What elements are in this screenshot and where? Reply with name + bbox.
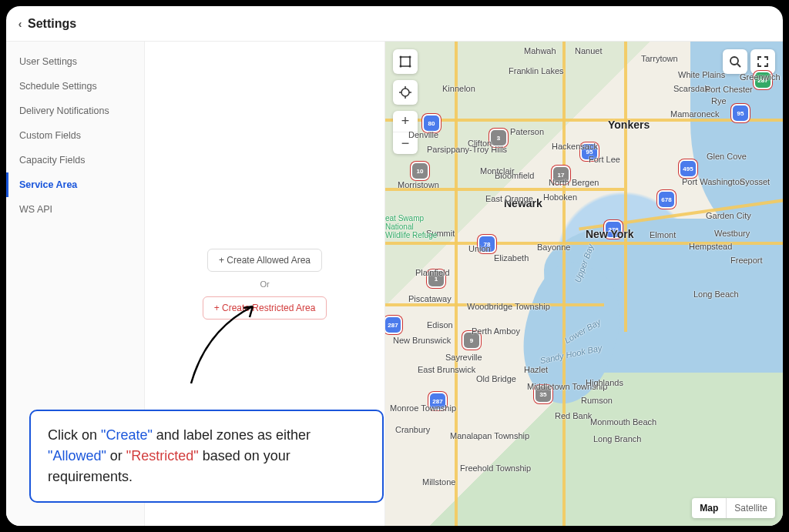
- shield-route-10: 10: [412, 163, 428, 179]
- label-freeport: Freeport: [730, 256, 763, 265]
- label-east-brunswick: East Brunswick: [418, 365, 475, 374]
- label-morristown: Morristown: [398, 180, 439, 189]
- label-long-branch: Long Branch: [593, 434, 641, 443]
- callout-text-2: and label zones as either: [153, 427, 311, 443]
- sidebar-item-delivery-notifications[interactable]: Delivery Notifications: [6, 99, 144, 123]
- shield-i678: 678: [659, 192, 674, 207]
- create-restricted-area-button[interactable]: + Create Restricted Area: [203, 296, 327, 320]
- shield-i95b: 95: [733, 105, 748, 121]
- shield-i80: 80: [424, 115, 439, 131]
- label-hoboken: Hoboken: [543, 192, 577, 202]
- label-nanuet: Nanuet: [575, 46, 602, 55]
- callout-allowed: "Allowed": [48, 448, 106, 463]
- label-glen-cove: Glen Cove: [707, 152, 747, 161]
- label-perth-amboy: Perth Amboy: [472, 326, 520, 336]
- label-mahwah: Mahwah: [524, 46, 556, 55]
- map-type-map[interactable]: Map: [692, 498, 727, 518]
- label-mamaroneck: Mamaroneck: [670, 109, 720, 119]
- label-fort-lee: Fort Lee: [589, 155, 620, 164]
- label-elmont: Elmont: [650, 230, 676, 239]
- label-union: Union: [468, 244, 491, 253]
- label-tarrytown: Tarrytown: [641, 54, 678, 63]
- locate-icon[interactable]: [393, 80, 418, 105]
- sidebar-item-user-settings[interactable]: User Settings: [6, 49, 144, 74]
- label-highlands: Highlands: [586, 378, 623, 387]
- zoom-in-button[interactable]: +: [393, 111, 418, 132]
- label-garden-city: Garden City: [706, 211, 751, 220]
- sidebar-item-ws-api[interactable]: WS API: [6, 197, 144, 222]
- label-white-plains: White Plains: [678, 70, 725, 79]
- label-hazlet: Hazlet: [524, 365, 548, 374]
- label-rumson: Rumson: [581, 396, 613, 405]
- label-syosset: Syosset: [740, 177, 770, 186]
- label-monroe: Monroe Township: [390, 403, 456, 413]
- label-rye: Rye: [711, 96, 727, 105]
- sidebar-item-service-area[interactable]: Service Area: [6, 172, 144, 197]
- svg-point-3: [400, 65, 402, 68]
- svg-point-10: [730, 57, 738, 65]
- label-paterson: Paterson: [510, 127, 544, 136]
- label-cranbury: Cranbury: [395, 425, 430, 434]
- header: ‹ Settings: [6, 6, 783, 42]
- label-yonkers: Yonkers: [608, 119, 650, 131]
- label-woodbridge: Woodbridge Township: [467, 302, 550, 311]
- sidebar-item-custom-fields[interactable]: Custom Fields: [6, 123, 144, 148]
- label-monmouth-beach: Monmouth Beach: [590, 417, 656, 427]
- label-manalapan: Manalapan Township: [450, 431, 529, 440]
- label-kinnelon: Kinnelon: [442, 84, 475, 93]
- label-hackensack: Hackensack: [552, 142, 598, 151]
- svg-point-1: [400, 56, 402, 59]
- svg-point-2: [409, 56, 411, 59]
- label-port-chester: Port Chester: [705, 85, 753, 94]
- label-greenwich: Greenwich: [740, 72, 781, 82]
- create-allowed-area-button[interactable]: + Create Allowed Area: [207, 249, 322, 272]
- label-westbury: Westbury: [714, 229, 750, 238]
- label-north-bergen: North Bergen: [549, 178, 599, 187]
- sidebar-item-schedule-settings[interactable]: Schedule Settings: [6, 74, 144, 99]
- label-elizabeth: Elizabeth: [494, 253, 529, 263]
- map-canvas[interactable]: + − Map Satellite 80 78 95 287 287 278 6…: [385, 42, 783, 526]
- back-chevron-icon[interactable]: ‹: [15, 18, 25, 30]
- callout-or: or: [106, 448, 126, 463]
- callout-create: "Create": [101, 427, 153, 443]
- label-plainfield: Plainfield: [415, 268, 450, 277]
- label-east-orange: East Orange: [485, 194, 533, 203]
- label-new-brunswick: New Brunswick: [393, 336, 451, 345]
- page-title: Settings: [28, 17, 76, 31]
- svg-point-5: [401, 89, 409, 96]
- svg-line-11: [737, 64, 740, 67]
- instruction-callout: Click on "Create" and label zones as eit…: [29, 410, 384, 503]
- label-old-bridge: Old Bridge: [476, 374, 516, 383]
- sidebar-item-capacity-fields[interactable]: Capacity Fields: [6, 148, 144, 172]
- callout-restricted: "Restricted": [126, 448, 199, 463]
- shield-i287a: 287: [385, 317, 401, 333]
- callout-text-1: Click on: [48, 427, 101, 443]
- shield-route-3: 3: [491, 130, 506, 146]
- shield-i495: 495: [680, 161, 696, 176]
- svg-point-4: [409, 65, 411, 68]
- label-port-washington: Port Washington: [682, 177, 744, 186]
- label-bayonne: Bayonne: [537, 243, 570, 252]
- label-sayreville: Sayreville: [445, 353, 482, 362]
- label-montclair: Montclair: [480, 166, 515, 176]
- draw-rectangle-icon[interactable]: [393, 49, 418, 74]
- label-long-beach: Long Beach: [693, 289, 739, 299]
- label-great-swamp: eat Swamp National Wildlife Refuge: [385, 214, 439, 239]
- label-hempstead: Hempstead: [689, 242, 732, 251]
- label-freehold: Freehold Township: [460, 463, 531, 473]
- label-piscataway: Piscataway: [408, 294, 452, 303]
- fullscreen-icon[interactable]: [750, 49, 775, 74]
- label-denville: Denville: [408, 130, 438, 139]
- or-divider: Or: [260, 279, 269, 289]
- svg-rect-0: [401, 57, 410, 66]
- app-window: ‹ Settings User Settings Schedule Settin…: [6, 6, 783, 526]
- label-franklin-lakes: Franklin Lakes: [509, 66, 564, 75]
- search-map-icon[interactable]: [723, 49, 747, 74]
- label-parsippany: Parsippany-Troy Hills: [427, 145, 507, 154]
- label-new-york: New York: [586, 228, 634, 240]
- label-millstone: Millstone: [422, 477, 455, 487]
- label-edison: Edison: [427, 320, 453, 330]
- label-red-bank: Red Bank: [555, 411, 592, 420]
- map-type-toggle: Map Satellite: [692, 498, 775, 518]
- map-type-satellite[interactable]: Satellite: [727, 498, 775, 518]
